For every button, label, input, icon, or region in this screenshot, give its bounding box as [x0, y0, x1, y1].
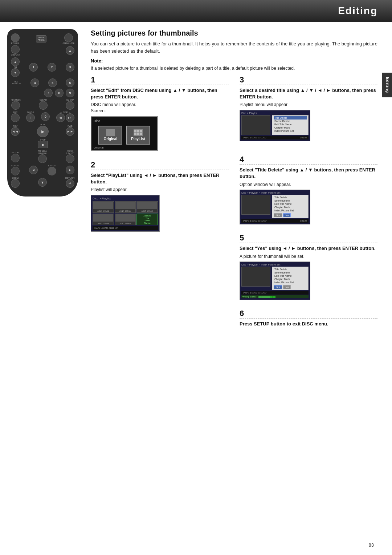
num-9-button[interactable]: 9	[66, 89, 74, 97]
return-button[interactable]: ↵	[66, 179, 74, 188]
right-button[interactable]: ►	[66, 166, 74, 174]
display-button[interactable]	[11, 45, 20, 54]
repeat-button[interactable]	[11, 167, 20, 175]
skip-back-button[interactable]: ⏮	[56, 113, 65, 122]
power-button[interactable]	[11, 33, 20, 42]
playlist-thumbs: JAN/1 1:00AM JAN/1 1:00AM JAN/1 1:00AM	[93, 201, 158, 225]
playlist-status: JAN/1 1:00AM CH12 XP	[93, 226, 158, 230]
num-5-button[interactable]: 5	[48, 78, 57, 87]
content-column: Setting pictures for thumbnails You can …	[91, 29, 377, 548]
step-5-desc: A picture for thumbnail will be set.	[240, 254, 377, 260]
num-8-button[interactable]: 8	[55, 89, 64, 97]
open-close-label: OPEN/CLOSE	[62, 42, 74, 44]
ws-5	[270, 296, 273, 298]
cw-item-2: Scene Delete	[274, 271, 307, 274]
num-4-button[interactable]: 4	[30, 78, 39, 87]
rev-button[interactable]: ◄◄	[11, 127, 20, 136]
ow-item-1: Title Delete	[274, 196, 307, 199]
section-intro-text: You can set a picture to each title for …	[91, 40, 377, 54]
ws-3	[264, 296, 267, 298]
num-1-button[interactable]: 1	[29, 63, 38, 72]
ow-item-3: Edit Title Name	[274, 202, 307, 206]
ws-1	[258, 296, 261, 298]
ws-2	[261, 296, 264, 298]
step-5-number: 5	[240, 234, 377, 242]
ch-down-button[interactable]: ▼	[11, 68, 20, 77]
num-7-button[interactable]: 7	[44, 89, 53, 97]
cw-item-1: Title Delete	[274, 268, 307, 271]
up-button[interactable]: ▲	[66, 46, 74, 55]
left-button[interactable]: ◄	[29, 166, 38, 174]
step-6: 6 Press SETUP button to exit DISC menu.	[240, 309, 377, 329]
power-label: POWER	[11, 42, 20, 44]
fwd-button[interactable]: ►►	[66, 127, 74, 136]
original-menu-item: Original	[98, 126, 122, 145]
main-content: POWER TIMERPROG. OPEN/CLOSE DISPLAY ▲	[0, 22, 392, 555]
cw-item-5: Index Picture Set	[274, 281, 307, 284]
cw-yn-buttons: Yes No	[274, 285, 307, 289]
rec-button[interactable]	[11, 113, 20, 122]
pause-button[interactable]: ⏸	[26, 113, 35, 122]
stop-button[interactable]: ■	[38, 141, 48, 148]
left-steps-col: 1 Select "Edit" from DISC menu using ▲ /…	[91, 76, 229, 548]
ch-up-button[interactable]: ▲	[11, 57, 20, 66]
step-5-instruction: Select "Yes" using ◄ / ► buttons, then p…	[240, 245, 377, 252]
cm-skip-button[interactable]	[66, 101, 74, 110]
page-header: Editing	[0, 0, 392, 22]
rec-mode-button[interactable]	[11, 101, 20, 110]
skip-fwd-button[interactable]: ⏭	[66, 113, 74, 122]
step-3: 3 Select a desired title using ▲ / ▼ / ◄…	[240, 76, 377, 146]
cw-no-btn: No	[283, 285, 291, 289]
step-4-instruction: Select "Title Delete" using ▲ / ▼ button…	[240, 167, 377, 180]
down-button[interactable]: ▼	[38, 178, 47, 187]
step-1-desc: DISC menu will appear.Screen:	[91, 102, 229, 114]
disc-menu-screen: Disc Original PlayLis	[91, 116, 158, 151]
thumb-3: JAN/1 1:00AM	[136, 201, 158, 213]
writing-label: Writing to Disc	[242, 296, 257, 298]
ws-6	[273, 296, 275, 298]
pm-item-1: Title Delete	[274, 116, 307, 119]
num-3-button[interactable]: 3	[66, 63, 74, 72]
ws-4	[267, 296, 270, 298]
zoom-button[interactable]	[11, 179, 20, 188]
num-0-button[interactable]: 0	[41, 112, 50, 121]
clear-button[interactable]	[39, 101, 48, 110]
step-6-number: 6	[240, 309, 377, 317]
pm-dot: .	[240, 142, 377, 146]
step-2-instruction: Select "PlayList" using ◄ / ► buttons, t…	[91, 172, 229, 185]
thumb-5: JAN/1 1:00AM	[115, 214, 136, 225]
step-1: 1 Select "Edit" from DISC menu using ▲ /…	[91, 76, 229, 151]
section-intro: Setting pictures for thumbnails You can …	[91, 29, 377, 72]
ow-breadcrumb: Disc > PlayList > Index Picture Set	[241, 191, 309, 194]
right-steps-col: 3 Select a desired title using ▲ / ▼ / ◄…	[240, 76, 377, 548]
step-4-number: 4	[240, 155, 377, 163]
step-3-desc: Playlist menu will appear	[240, 102, 377, 108]
confirm-window-screen: Disc > PlayList > Index Picture Set Titl…	[240, 262, 310, 300]
ow-no-btn: No	[283, 213, 291, 217]
top-menu-label: TOP MENUORIGINAL	[38, 150, 47, 154]
setup-label: SETUP	[12, 151, 19, 154]
open-close-button[interactable]	[64, 33, 73, 42]
top-menu-button[interactable]	[38, 154, 47, 163]
num-6-button[interactable]: 6	[66, 78, 74, 87]
ow-yes-btn: Yes	[274, 213, 282, 217]
thumb-4: JAN/1 1:00AM	[93, 214, 114, 225]
pm-breadcrumb: Disc > Playlist	[241, 112, 309, 114]
rec-monitor-label: RECMONITOR	[12, 81, 21, 85]
ow-item-5: Index Picture Set	[274, 209, 307, 212]
cw-menu: Title Delete Scene Delete Edit Title Nam…	[272, 267, 309, 290]
setup-button[interactable]	[11, 154, 20, 162]
cw-item-4: Chapter Mark	[274, 278, 307, 281]
num-2-button[interactable]: 2	[48, 63, 56, 72]
play-button[interactable]: ▶	[37, 126, 49, 137]
play-list-button[interactable]	[66, 154, 74, 163]
ow-yn-buttons: Yes No	[274, 213, 307, 217]
pm-item-3: Edit Title Name	[274, 123, 307, 126]
step-4: 4 Select "Title Delete" using ▲ / ▼ butt…	[240, 155, 377, 224]
side-tab: Editing	[382, 73, 392, 97]
step-6-instruction: Press SETUP button to exit DISC menu.	[240, 321, 377, 327]
timer-prog-button[interactable]: TIMERPROG.	[36, 35, 46, 42]
section-title: Setting pictures for thumbnails	[91, 29, 377, 37]
playlist-screen: Disc > Playlist JAN/1 1:00AM JAN/1 1:00A…	[91, 195, 160, 232]
enter-button[interactable]	[48, 167, 56, 175]
